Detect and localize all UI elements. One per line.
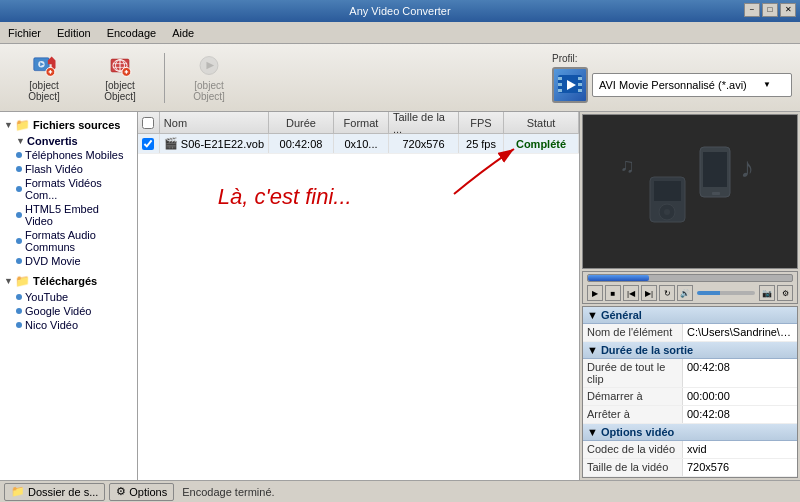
collapse-icon-duration: ▼ — [587, 344, 598, 356]
prop-label-filename: Nom de l'élément — [583, 324, 683, 341]
options-button[interactable]: ⚙ Options — [109, 483, 174, 501]
minimize-button[interactable]: − — [744, 3, 760, 17]
sidebar-item-formats-video[interactable]: Formats Vidéos Com... — [0, 176, 137, 202]
screenshot-button[interactable]: 📷 — [759, 285, 775, 301]
stop-button[interactable]: ■ — [605, 285, 621, 301]
prop-row-filename: Nom de l'élément C:\Users\Sandrine\V... — [583, 324, 797, 342]
svg-rect-24 — [578, 89, 582, 92]
sidebar-item-label: Formats Audio Communs — [25, 229, 129, 253]
encode-label: [object Object] — [178, 80, 240, 102]
dot-icon — [16, 238, 22, 244]
title-bar: Any Video Converter − □ ✕ — [0, 0, 800, 22]
profile-dropdown[interactable]: AVI Movie Personnalisé (*.avi) ▼ — [592, 73, 792, 97]
progress-fill — [588, 275, 649, 281]
svg-rect-15 — [126, 69, 127, 73]
filename-icon: 🎬 — [164, 137, 178, 150]
col-header-fps[interactable]: FPS — [459, 112, 504, 133]
prev-button[interactable]: |◀ — [623, 285, 639, 301]
encode-icon — [191, 54, 227, 77]
sidebar-header-sources[interactable]: ▼ 📁 Fichiers sources — [0, 116, 137, 134]
maximize-button[interactable]: □ — [762, 3, 778, 17]
folder-button[interactable]: 📁 Dossier de s... — [4, 483, 105, 501]
sidebar-item-dvd[interactable]: DVD Movie — [0, 254, 137, 268]
svg-text:♫: ♫ — [620, 154, 635, 176]
sidebar-item-label: HTML5 Embed Video — [25, 203, 129, 227]
add-video-icon — [26, 54, 62, 77]
prop-value-total: 00:42:08 — [683, 359, 797, 387]
svg-rect-6 — [50, 69, 51, 73]
sidebar-item-convertis[interactable]: ▼ Convertis — [0, 134, 137, 148]
fps-value: 25 fps — [466, 138, 496, 150]
cell-fps: 25 fps — [459, 134, 504, 153]
sidebar-item-audio[interactable]: Formats Audio Communs — [0, 228, 137, 254]
options-icon-btn: ⚙ — [116, 485, 126, 498]
volume-button[interactable]: 🔊 — [677, 285, 693, 301]
sidebar-item-google-video[interactable]: Google Vidéo — [0, 304, 137, 318]
filename-text: S06-E21E22.vob — [181, 138, 264, 150]
dot-icon — [16, 322, 22, 328]
svg-rect-32 — [654, 181, 681, 201]
col-header-size[interactable]: Taille de la ... — [389, 112, 459, 133]
sidebar-item-label: Convertis — [27, 135, 78, 147]
col-header-name[interactable]: Nom — [160, 112, 269, 133]
prop-row-video-size: Taille de la vidéo 720x576 — [583, 459, 797, 477]
sidebar-item-label: DVD Movie — [25, 255, 81, 267]
sidebar-item-label: Formats Vidéos Com... — [25, 177, 129, 201]
svg-rect-29 — [712, 192, 720, 195]
sidebar-item-label: Google Vidéo — [25, 305, 91, 317]
svg-rect-20 — [558, 83, 562, 86]
next-button[interactable]: ▶| — [641, 285, 657, 301]
sidebar-item-flash[interactable]: Flash Vidéo — [0, 162, 137, 176]
profile-value: AVI Movie Personnalisé (*.avi) — [599, 79, 747, 91]
row-checkbox[interactable] — [142, 138, 154, 150]
svg-rect-21 — [558, 89, 562, 92]
sidebar-item-html5[interactable]: HTML5 Embed Video — [0, 202, 137, 228]
col-header-status[interactable]: Statut — [504, 112, 579, 133]
loop-button[interactable]: ↻ — [659, 285, 675, 301]
profile-label: Profil: — [552, 53, 578, 64]
dot-icon — [16, 308, 22, 314]
prop-label-start: Démarrer à — [583, 388, 683, 405]
play-button[interactable]: ▶ — [587, 285, 603, 301]
prop-section-general: ▼ Général — [583, 307, 797, 324]
status-text: Encodage terminé. — [182, 486, 274, 498]
col-header-format[interactable]: Format — [334, 112, 389, 133]
profile-row: AVI Movie Personnalisé (*.avi) ▼ — [552, 67, 792, 103]
add-urls-button[interactable]: [object Object] — [84, 49, 156, 107]
prop-label-video-size: Taille de la vidéo — [583, 459, 683, 476]
svg-rect-22 — [578, 77, 582, 80]
prop-label-stop: Arrêter à — [583, 406, 683, 423]
sidebar-item-youtube[interactable]: YouTube — [0, 290, 137, 304]
menu-fichier[interactable]: Fichier — [0, 22, 49, 43]
menu-encodage[interactable]: Encodage — [99, 22, 165, 43]
volume-slider[interactable] — [697, 291, 755, 295]
preview-area: ♪ ♫ — [582, 114, 798, 269]
sidebar-item-mobiles[interactable]: Téléphones Mobiles — [0, 148, 137, 162]
video-film-icon — [556, 71, 584, 99]
close-button[interactable]: ✕ — [780, 3, 796, 17]
svg-rect-23 — [578, 83, 582, 86]
cell-size: 720x576 — [389, 134, 459, 153]
sidebar-sources-label: Fichiers sources — [33, 119, 120, 131]
dot-icon — [16, 258, 22, 264]
settings-button[interactable]: ⚙ — [777, 285, 793, 301]
dot-icon — [16, 212, 22, 218]
progress-bar[interactable] — [587, 274, 793, 282]
menu-edition[interactable]: Edition — [49, 22, 99, 43]
encode-button[interactable]: [object Object] — [173, 49, 245, 107]
table-row[interactable]: 🎬 S06-E21E22.vob 00:42:08 0x10... 720x57… — [138, 134, 579, 154]
menu-aide[interactable]: Aide — [164, 22, 202, 43]
sidebar: ▼ 📁 Fichiers sources ▼ Convertis Télépho… — [0, 112, 138, 480]
video-controls: ▶ ■ |◀ ▶| ↻ 🔊 📷 ⚙ — [582, 271, 798, 304]
prop-value-codec: xvid — [683, 441, 797, 458]
add-video-button[interactable]: [object Object] — [8, 49, 80, 107]
select-all-checkbox[interactable] — [142, 117, 154, 129]
sidebar-header-downloads[interactable]: ▼ 📁 Téléchargés — [0, 272, 137, 290]
section-duration-label: Durée de la sortie — [601, 344, 693, 356]
folder-icon-dl: 📁 — [15, 274, 30, 288]
col-header-duration[interactable]: Durée — [269, 112, 334, 133]
sidebar-downloads-label: Téléchargés — [33, 275, 97, 287]
sidebar-item-nico[interactable]: Nico Vidéo — [0, 318, 137, 332]
prop-row-total-duration: Durée de tout le clip 00:42:08 — [583, 359, 797, 388]
svg-rect-19 — [558, 77, 562, 80]
